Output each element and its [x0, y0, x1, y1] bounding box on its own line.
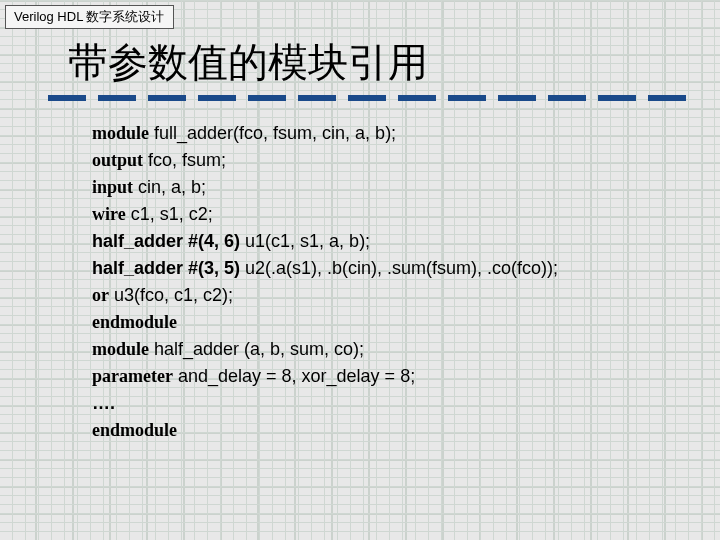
code-line: output fco, fsum;	[92, 147, 558, 174]
code-line: module full_adder(fco, fsum, cin, a, b);	[92, 120, 558, 147]
code-line: endmodule	[92, 417, 558, 444]
header-label: Verilog HDL 数字系统设计	[14, 9, 165, 24]
code-line: input cin, a, b;	[92, 174, 558, 201]
code-line: module half_adder (a, b, sum, co);	[92, 336, 558, 363]
code-line: wire c1, s1, c2;	[92, 201, 558, 228]
code-line: half_adder #(4, 6) u1(c1, s1, a, b);	[92, 228, 558, 255]
code-line: half_adder #(3, 5) u2(.a(s1), .b(cin), .…	[92, 255, 558, 282]
slide-title: 带参数值的模块引用	[68, 35, 428, 90]
code-line: ….	[92, 390, 558, 417]
code-block: module full_adder(fco, fsum, cin, a, b);…	[92, 120, 558, 444]
header-label-box: Verilog HDL 数字系统设计	[5, 5, 174, 29]
code-line: or u3(fco, c1, c2);	[92, 282, 558, 309]
code-line: parameter and_delay = 8, xor_delay = 8;	[92, 363, 558, 390]
title-underline	[48, 95, 688, 101]
code-line: endmodule	[92, 309, 558, 336]
